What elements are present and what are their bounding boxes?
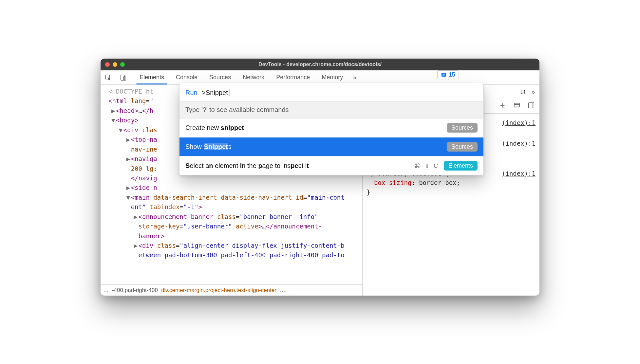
panel-tab-sources[interactable]: Sources [203,70,237,84]
breadcrumb-ellipsis[interactable]: … [103,287,109,294]
command-source-badge: Sources [447,123,478,133]
panel-tab-elements[interactable]: Elements [134,70,170,84]
issues-count: 15 [449,71,455,78]
breadcrumb-part[interactable]: -400.pad-right-400 [112,287,158,294]
more-sidebar-tabs[interactable]: » [531,88,535,96]
command-shortcut: ⌘ ⇧ C [414,162,439,170]
toggle-computed-icon[interactable] [528,102,535,111]
panel-tab-network[interactable]: Network [237,70,270,84]
window-controls [105,62,125,67]
svg-rect-2 [123,77,126,80]
maximize-window-button[interactable] [120,62,125,67]
dom-line[interactable]: ▶<side-n [104,183,361,192]
command-source-badge: Elements [444,161,478,171]
svg-rect-8 [514,103,520,107]
dom-line[interactable]: banner> [104,231,361,241]
panel-tab-memory[interactable]: Memory [316,70,349,84]
dom-line[interactable]: etween pad-bottom-300 pad-left-400 pad-r… [104,250,361,260]
breadcrumb-selected[interactable]: div.center-margin.project-hero.text-alig… [161,287,276,294]
panel-tab-performance[interactable]: Performance [270,70,316,84]
window-title: DevTools - developer.chrome.com/docs/dev… [101,62,539,67]
svg-rect-9 [529,103,534,108]
text-cursor [230,89,230,96]
more-panels-button[interactable]: » [349,70,360,84]
dom-line[interactable]: ▼<main data-search-inert data-side-nav-i… [104,193,361,202]
command-query: >Snippet [202,89,228,97]
sidebar-tab-fragment[interactable]: ut [520,88,525,95]
command-item[interactable]: Show SnippetsSources [179,137,483,156]
command-source-badge: Sources [447,142,478,152]
titlebar: DevTools - developer.chrome.com/docs/dev… [101,59,539,70]
dom-line[interactable]: ▶<div class="align-center display-flex j… [104,241,361,250]
command-item[interactable]: Create new snippetSources [179,118,483,137]
inspect-element-icon[interactable] [101,70,116,84]
svg-rect-3 [442,73,446,77]
command-input-row[interactable]: Run >Snippet [179,83,483,101]
command-palette: Run >Snippet Type '?' to see available c… [179,83,484,175]
command-prefix: Run [185,89,198,97]
toggle-classes-icon[interactable] [513,102,520,111]
command-item[interactable]: Select an element in the page to inspect… [179,156,483,175]
dom-line[interactable]: ▶<announcement-banner class="banner bann… [104,212,361,222]
breadcrumb[interactable]: … -400.pad-right-400 div.center-margin.p… [101,284,362,296]
command-item-label: Show Snippets [185,143,447,151]
issues-counter[interactable]: 15 [437,70,459,79]
command-item-label: Create new snippet [185,124,447,132]
panel-tabs: ElementsConsoleSourcesNetworkPerformance… [134,70,349,84]
close-window-button[interactable] [105,62,110,67]
panel-tab-console[interactable]: Console [170,70,203,84]
new-style-rule-icon[interactable] [499,102,506,111]
svg-rect-1 [121,75,124,80]
dom-line[interactable]: storage-key="user-banner" active>…</anno… [104,222,361,231]
devtools-window: DevTools - developer.chrome.com/docs/dev… [101,59,539,296]
device-toolbar-icon[interactable] [116,70,131,84]
separator [132,72,132,82]
command-help: Type '?' to see available commands [179,101,483,118]
breadcrumb-ellipsis[interactable]: … [280,287,285,294]
minimize-window-button[interactable] [113,62,117,67]
dom-line[interactable]: ent" tabindex="-1"> [104,202,361,212]
command-item-label: Select an element in the page to inspect… [185,162,414,170]
